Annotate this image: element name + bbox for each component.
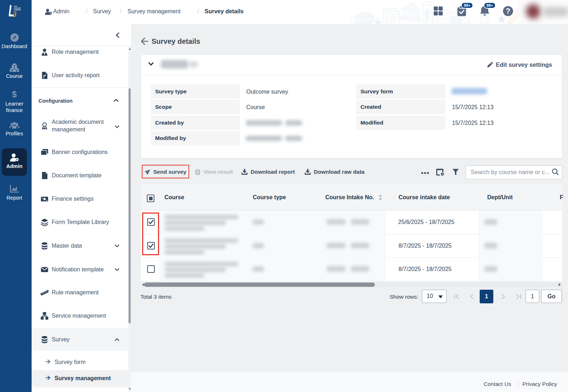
svg-text:$: $ (12, 90, 17, 99)
svg-text:LIVE: LIVE (14, 5, 17, 7)
svg-text:LEARNING: LEARNING (14, 9, 21, 11)
svg-text:LIFELONG: LIFELONG (14, 7, 21, 9)
